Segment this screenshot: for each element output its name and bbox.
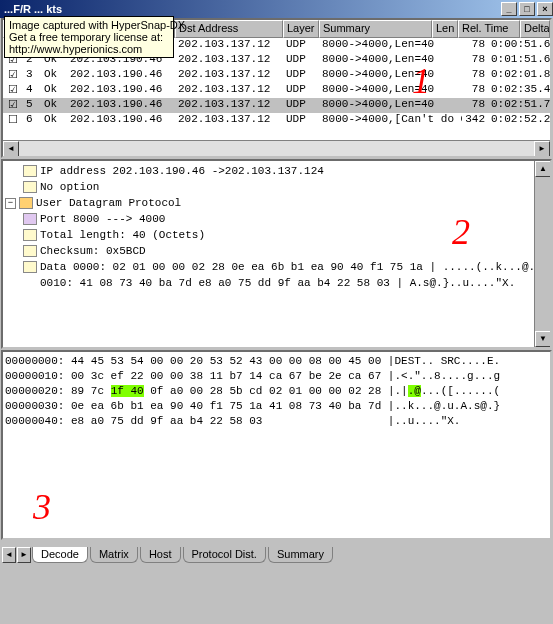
window-title: ...F/R ... kts — [4, 3, 499, 15]
protocol-icon — [19, 197, 33, 209]
col-dst[interactable]: Dst Address — [175, 20, 283, 38]
packet-row[interactable]: ☐6Ok202.103.190.46202.103.137.12UDP8000-… — [3, 113, 550, 128]
protocol-tree-pane: IP address 202.103.190.46 ->202.103.137.… — [1, 159, 552, 349]
maximize-button[interactable]: □ — [519, 2, 535, 16]
tab-protocol-dist[interactable]: Protocol Dist. — [183, 547, 266, 563]
doc-icon — [23, 181, 37, 193]
doc-icon — [23, 229, 37, 241]
scroll-up-icon[interactable]: ▲ — [535, 161, 551, 177]
hex-dump-pane: 00000000: 44 45 53 54 00 00 20 53 52 43 … — [1, 350, 552, 540]
tab-prev-icon[interactable]: ◄ — [2, 547, 16, 563]
collapse-icon[interactable]: − — [5, 198, 16, 209]
tooltip-line: Get a free temporary license at: — [9, 31, 169, 43]
tab-decode[interactable]: Decode — [32, 547, 88, 563]
scroll-right-icon[interactable]: ► — [534, 141, 550, 157]
tree-ip-address[interactable]: IP address 202.103.190.46 ->202.103.137.… — [5, 163, 548, 179]
close-button[interactable]: × — [537, 2, 553, 16]
scroll-left-icon[interactable]: ◄ — [3, 141, 19, 157]
col-summary[interactable]: Summary — [319, 20, 432, 38]
tree-no-option[interactable]: No option — [5, 179, 548, 195]
doc-icon — [23, 261, 37, 273]
tab-host[interactable]: Host — [140, 547, 181, 563]
tree-data-1[interactable]: 0010: 41 08 73 40 ba 7d e8 a0 75 dd 9f a… — [5, 275, 548, 291]
tree-udp[interactable]: −User Datagram Protocol — [5, 195, 548, 211]
row-checkbox[interactable]: ☐ — [3, 113, 23, 128]
hex-highlight: 1f 40 — [111, 385, 144, 397]
tab-bar: ◄ ► Decode Matrix Host Protocol Dist. Su… — [0, 541, 553, 563]
col-len[interactable]: Len — [432, 20, 458, 38]
tooltip-line: http://www.hyperionics.com — [9, 43, 169, 55]
tree-data-0[interactable]: Data 0000: 02 01 00 00 02 28 0e ea 6b b1… — [5, 259, 548, 275]
packet-row[interactable]: ☑5Ok202.103.190.46202.103.137.12UDP8000-… — [3, 98, 550, 113]
doc-icon — [23, 165, 37, 177]
row-checkbox[interactable]: ☑ — [3, 83, 23, 98]
row-checkbox[interactable]: ☑ — [3, 98, 23, 113]
v-scrollbar[interactable]: ▲ ▼ — [534, 161, 550, 347]
tab-matrix[interactable]: Matrix — [90, 547, 138, 563]
tab-next-icon[interactable]: ► — [17, 547, 31, 563]
col-reltime[interactable]: Rel. Time — [458, 20, 520, 38]
col-layer[interactable]: Layer — [283, 20, 319, 38]
doc-icon — [23, 245, 37, 257]
tab-summary[interactable]: Summary — [268, 547, 333, 563]
capture-tooltip: Image captured with HyperSnap-DX Get a f… — [4, 16, 174, 58]
hex-highlight: .@ — [408, 385, 421, 397]
h-scrollbar[interactable]: ◄ ► — [3, 140, 550, 156]
tooltip-line: Image captured with HyperSnap-DX — [9, 19, 169, 31]
port-icon — [23, 213, 37, 225]
tree-port[interactable]: Port 8000 ---> 4000 — [5, 211, 548, 227]
hex-content[interactable]: 00000000: 44 45 53 54 00 00 20 53 52 43 … — [3, 352, 550, 431]
packet-row[interactable]: ☑3Ok202.103.190.46202.103.137.12UDP8000-… — [3, 68, 550, 83]
col-delta[interactable]: Delta — [520, 20, 550, 38]
annotation-3: 3 — [33, 486, 51, 528]
row-checkbox[interactable]: ☑ — [3, 68, 23, 83]
scroll-down-icon[interactable]: ▼ — [535, 331, 551, 347]
tree-total-length[interactable]: Total length: 40 (Octets) — [5, 227, 548, 243]
packet-row[interactable]: ☑4Ok202.103.190.46202.103.137.12UDP8000-… — [3, 83, 550, 98]
minimize-button[interactable]: _ — [501, 2, 517, 16]
tree-checksum[interactable]: Checksum: 0x5BCD — [5, 243, 548, 259]
